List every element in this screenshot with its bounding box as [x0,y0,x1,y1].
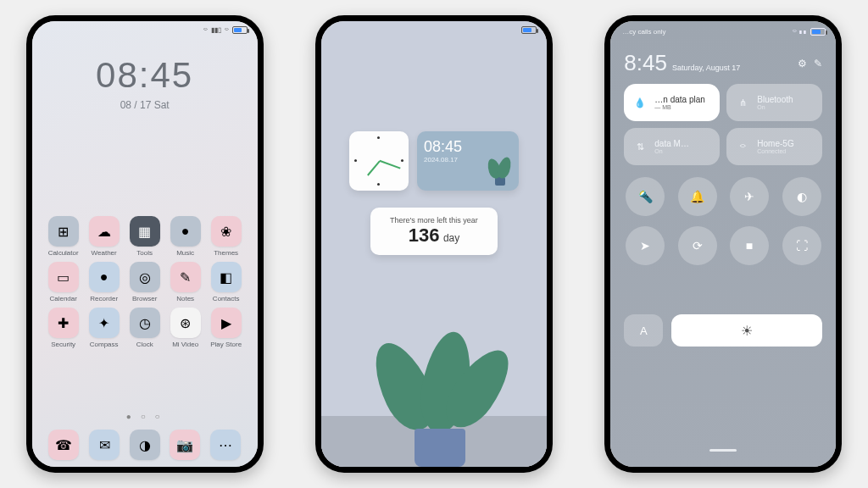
signal-icon: ▮▮▯ [211,26,221,34]
tile-icon: ⋔ [735,95,750,110]
app-icon: ⊛ [170,308,201,338]
app-label: Play Store [210,341,242,348]
app-icon: ⊞ [48,216,79,247]
brightness-slider[interactable]: ☀ [671,314,822,347]
phone-launcher: ⌔ ▮▮▯ ⌔ 08:45 08 / 17 Sat ⊞Calculator☁We… [26,15,264,473]
tile-home-5g[interactable]: ⌔Home-5GConnected [726,128,822,165]
brightness-icon: ☀ [741,323,753,339]
app-recorder[interactable]: ●Recorder [85,262,124,302]
app-icon: ☁ [89,216,120,247]
app-label: Recorder [90,295,118,302]
widget-screen[interactable]: 08:45 2024.08.17 There's more left this … [321,21,547,467]
countdown-label: There's more left this year [379,216,489,225]
page-indicator[interactable]: ● ○ ○ [32,412,258,421]
home-date: 08 / 17 Sat [32,99,258,111]
toggle-location[interactable]: ➤ [626,226,665,265]
app-label: Compass [90,341,119,348]
bluetooth-icon: ⌔ [203,26,208,34]
app-compass[interactable]: ✦Compass [85,308,124,348]
toggle-flashlight[interactable]: 🔦 [626,177,665,216]
app-label: Weather [92,249,117,257]
home-clock: 08:45 [32,55,258,96]
app-icon: ☎ [48,430,79,460]
app-mi-video[interactable]: ⊛Mi Video [166,308,205,348]
app-clock[interactable]: ◷Clock [125,308,164,348]
app-calendar[interactable]: ▭Calendar [44,262,83,302]
tile-bluetooth[interactable]: ⋔BluetoothOn [726,84,822,121]
app-themes[interactable]: ❀Themes [207,216,246,257]
dock-app-2[interactable]: ◑ [125,430,165,460]
countdown-widget[interactable]: There's more left this year 136 day [370,208,498,255]
digital-clock-widget[interactable]: 08:45 2024.08.17 [417,131,519,191]
app-browser[interactable]: ◎Browser [125,262,164,302]
app-icon: ● [170,216,201,247]
tile-data-m-[interactable]: ⇅data M…On [624,128,720,165]
phone-widgets: 08:45 2024.08.17 There's more left this … [315,15,553,473]
app-grid: ⊞Calculator☁Weather▦Tools●Music❀Themes▭C… [44,216,246,348]
carrier-label: …cy calls only [622,28,665,36]
tile-label: BluetoothOn [757,95,793,110]
dock-app-0[interactable]: ☎ [44,430,85,460]
settings-icon[interactable]: ⚙ [798,58,807,69]
app-label: Mi Video [172,341,198,348]
wifi-icon: ⌔ [225,26,229,34]
toggle-grid: 🔦🔔✈◐➤⟳■⛶ [624,177,822,265]
cc-date: Saturday, August 17 [672,64,740,72]
quick-tiles: 💧…n data plan— MB⋔BluetoothOn⇅data M…On⌔… [624,84,822,165]
tile-label: …n data plan— MB [654,95,705,110]
app-calculator[interactable]: ⊞Calculator [44,216,83,257]
app-icon: ✎ [170,262,201,292]
toggle-airplane[interactable]: ✈ [730,177,769,216]
app-icon: ▦ [130,216,160,247]
toggle-rotate[interactable]: ⟳ [678,226,717,265]
dock: ☎✉◑📷⋯ [44,430,246,460]
app-icon: 📷 [170,430,200,460]
countdown-unit: day [443,232,459,244]
toggle-bell[interactable]: 🔔 [678,177,717,216]
app-label: Clock [136,341,153,348]
app-label: Tools [136,249,153,257]
app-weather[interactable]: ☁Weather [85,216,124,257]
app-contacts[interactable]: ◧Contacts [207,262,246,302]
toggle-contrast[interactable]: ◐ [782,177,821,216]
tile-icon: 💧 [632,95,648,110]
phone-control-center: …cy calls only ⌔ ▮▮ 8:45 Saturday, Augus… [604,15,842,473]
app-security[interactable]: ✚Security [44,308,83,348]
app-music[interactable]: ●Music [166,216,205,257]
app-icon: ❀ [211,216,242,247]
launcher-screen[interactable]: ⌔ ▮▮▯ ⌔ 08:45 08 / 17 Sat ⊞Calculator☁We… [32,21,258,467]
app-label: Themes [214,249,238,257]
app-notes[interactable]: ✎Notes [166,262,205,302]
status-bar [521,26,537,34]
status-bar: ⌔ ▮▮ [793,28,826,36]
app-label: Security [51,341,75,348]
app-icon: ✚ [48,308,79,338]
app-label: Browser [132,295,157,302]
app-label: Notes [176,295,194,302]
dock-app-1[interactable]: ✉ [84,430,125,460]
auto-brightness-button[interactable]: A [624,314,663,347]
plant-graphic [355,297,530,467]
tile-label: Home-5GConnected [757,139,793,154]
app-label: Calendar [49,295,76,302]
app-icon: ◎ [130,262,160,292]
analog-clock-widget[interactable] [349,131,409,191]
dock-app-4[interactable]: ⋯ [205,430,246,460]
battery-icon [232,26,248,34]
app-icon: ▶ [211,308,242,338]
toggle-video[interactable]: ■ [730,226,769,265]
app-play-store[interactable]: ▶Play Store [207,308,246,348]
app-tools[interactable]: ▦Tools [125,216,164,257]
battery-icon [810,28,826,36]
toggle-scan[interactable]: ⛶ [782,226,821,265]
control-center[interactable]: …cy calls only ⌔ ▮▮ 8:45 Saturday, Augus… [610,21,836,467]
status-bar: ⌔ ▮▮▯ ⌔ [203,26,248,34]
app-icon: ● [89,262,120,292]
app-label: Music [176,249,194,257]
drag-handle[interactable] [709,449,737,452]
edit-icon[interactable]: ✎ [814,58,822,69]
tile-label: data M…On [654,139,689,154]
tile--n-data-plan[interactable]: 💧…n data plan— MB [624,84,720,121]
app-icon: ✦ [89,308,120,338]
dock-app-3[interactable]: 📷 [164,430,205,460]
